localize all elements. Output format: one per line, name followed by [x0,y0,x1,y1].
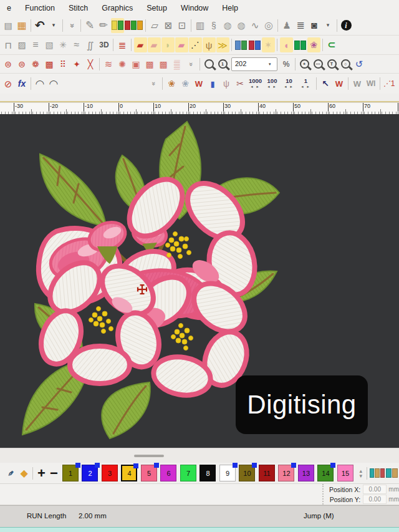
travel-100-icon[interactable]: 100◂ ▸ [264,76,281,91]
travel-color-icon[interactable]: W [193,76,206,91]
color-swatch-12[interactable]: 12 [278,465,294,481]
camera-icon[interactable]: ◙ [308,18,321,33]
hatch-motif-icon[interactable]: ▩ [43,57,56,72]
measure-line-icon[interactable]: ⋰1 [383,76,396,91]
remove-color-button[interactable]: − [47,466,60,481]
color-swatch-10[interactable]: 10 [239,465,255,481]
picture-insert-icon[interactable] [234,37,248,52]
travel-design-end-icon[interactable]: ❀ [179,76,192,91]
stop-start-icon[interactable]: ⊘ [2,76,15,91]
wave-fill-icon[interactable]: ≈ [70,37,84,52]
more-chevron-icon[interactable]: » [146,77,161,90]
more-tools-chevron-icon[interactable]: » [64,19,79,32]
mannequin-select-icon[interactable]: ♟ [281,18,294,33]
tatami-fill-icon[interactable]: ▨ [16,37,29,52]
position-y-field[interactable]: 0.00 [363,495,387,504]
color-swatch-3[interactable]: 3 [102,465,118,481]
menu-stitch[interactable]: Stitch [62,0,95,16]
zoom-1x-icon[interactable]: 1 [216,57,229,72]
square-motif-icon[interactable]: ▣ [130,57,143,72]
travel-design-start-icon[interactable]: ❀ [165,76,178,91]
apple-outline-icon[interactable]: ◎ [262,18,276,33]
applique-icon[interactable]: ◖ [280,37,293,52]
travel-trim-icon[interactable]: ▮ [206,76,219,91]
slider-settings-icon[interactable]: ≣ [294,18,307,33]
branching-tool-icon[interactable]: ψ [203,37,216,52]
function-values-icon[interactable]: fx [16,76,29,91]
diamond-motif-icon[interactable]: ✦ [70,57,84,72]
curve-run-icon[interactable]: ∿ [249,18,262,33]
curved-fill-icon[interactable]: ∬ [84,37,97,52]
fish-motif-icon[interactable]: ≫ [216,37,229,52]
fill-fancy-sample-icon[interactable]: ▰ [148,37,161,52]
zoom-level-combo[interactable]: 202▾ [231,57,277,71]
color-swatch-13[interactable]: 13 [298,465,314,481]
color-swatch-4[interactable]: 4 [121,465,137,481]
thread-chart-icon[interactable] [369,466,385,481]
travel-1000-icon[interactable]: 1000◂ ▸ [248,76,264,91]
color-swatch-6[interactable]: 6 [160,465,176,481]
texture-motif-icon[interactable]: ▒ [171,57,184,72]
dotted-run-icon[interactable]: ⋰ [189,37,202,52]
color-swatch-1[interactable]: 1 [62,465,79,481]
hoop-icon[interactable]: ⊂ [325,37,339,52]
digitize-closed-icon[interactable]: ✏ [97,18,110,33]
zigzag-fill-icon[interactable]: ▧ [43,37,56,52]
maze-motif-2-icon[interactable]: ▩ [157,57,170,72]
cross-stitch-motif-icon[interactable]: ╳ [84,57,97,72]
color-swatch-2[interactable]: 2 [82,465,98,481]
reshape-delete-icon[interactable]: ⊠ [162,18,175,33]
stitch-edit-cursor-icon[interactable]: W [333,76,346,91]
motif-run-icon[interactable]: ◍ [221,18,234,33]
color-wheel-icon[interactable]: ❀ [307,37,320,52]
branch-stitch-icon[interactable]: § [208,18,221,33]
zoom-hoop-icon[interactable]: ○ [339,57,352,72]
reshape-icon[interactable]: ▱ [148,18,161,33]
ring-motif-icon[interactable]: ❁ [29,57,42,72]
color-swatch-7[interactable]: 7 [180,465,196,481]
zigzag-prev-icon[interactable]: W [351,76,364,91]
digitize-open-icon[interactable]: ✎ [84,18,97,33]
fabric-display-icon[interactable] [111,18,124,33]
needle-point-icon[interactable]: ψ [220,76,233,91]
menu-file-partial[interactable]: e [0,0,18,16]
color-object-list-icon[interactable] [125,18,143,33]
color-swatch-5[interactable]: 5 [141,465,157,481]
position-x-field[interactable]: 0.00 [363,485,387,494]
color-swatch-15[interactable]: 15 [337,465,353,481]
menu-function[interactable]: Function [18,0,62,16]
protractor-2-icon[interactable]: ◠ [47,76,60,91]
maze-motif-icon[interactable]: ▩ [143,57,156,72]
fill-satin-sample-icon[interactable]: ▰ [134,37,147,52]
add-color-button[interactable]: + [35,466,47,481]
scissors-icon[interactable]: ✂ [234,76,247,91]
star-shape-icon[interactable]: ✶ [262,37,275,52]
stipple-fill-icon[interactable]: ▰ [175,37,188,52]
menu-help[interactable]: Help [215,0,245,16]
motif-fill-icon[interactable]: ◍ [235,18,248,33]
contour-motif-icon[interactable]: ≋ [102,57,115,72]
dot-grid-motif-icon[interactable]: ⠿ [57,57,70,72]
info-icon[interactable]: i [340,18,353,33]
satin-fill-icon[interactable]: ≡ [29,37,42,52]
select-stitch-cursor-icon[interactable]: ↖ [319,76,332,91]
motif-more-chevron-icon[interactable]: » [183,57,198,70]
radial-fill-icon[interactable]: ✳ [57,37,70,52]
column-stitch-icon[interactable]: ▥ [194,18,207,33]
redwork-icon[interactable]: ≣ [116,37,129,52]
eyelet-motif-icon[interactable]: ⊜ [2,57,15,72]
zoom-fit-icon[interactable]: + [298,57,311,72]
paste-icon[interactable]: ▦ [16,18,29,33]
divider-drag-handle[interactable] [134,455,164,457]
rotate-view-icon[interactable]: ↺ [353,57,366,72]
undo-icon[interactable]: ↶ [34,18,47,33]
undo-dropdown-icon[interactable]: ▾ [47,18,60,33]
spiral-motif-icon[interactable]: ✺ [116,57,129,72]
new-doc-icon[interactable]: ▤ [2,18,15,33]
zoom-icon[interactable] [203,57,216,72]
protractor-icon[interactable]: ◠ [34,76,47,91]
menu-window[interactable]: Window [174,0,215,16]
color-swatch-11[interactable]: 11 [259,465,275,481]
menu-graphics[interactable]: Graphics [95,0,140,16]
zoom-selected-icon[interactable]: ⋯ [312,57,325,72]
